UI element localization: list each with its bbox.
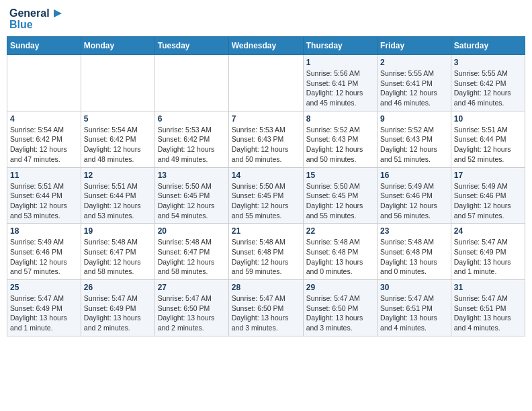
calendar-cell bbox=[81, 55, 154, 111]
calendar-table: SundayMondayTuesdayWednesdayThursdayFrid… bbox=[7, 36, 525, 336]
calendar-header: SundayMondayTuesdayWednesdayThursdayFrid… bbox=[7, 37, 525, 55]
week-row-1: 1Sunrise: 5:56 AM Sunset: 6:41 PM Daylig… bbox=[7, 55, 525, 111]
week-row-2: 4Sunrise: 5:54 AM Sunset: 6:42 PM Daylig… bbox=[7, 111, 525, 167]
day-number: 6 bbox=[158, 114, 226, 124]
calendar-cell: 23Sunrise: 5:48 AM Sunset: 6:48 PM Dayli… bbox=[378, 224, 451, 280]
day-number: 31 bbox=[454, 283, 522, 292]
day-number: 21 bbox=[232, 226, 300, 236]
calendar-cell: 14Sunrise: 5:50 AM Sunset: 6:45 PM Dayli… bbox=[228, 167, 303, 224]
calendar-cell: 7Sunrise: 5:53 AM Sunset: 6:43 PM Daylig… bbox=[228, 111, 303, 167]
day-number: 27 bbox=[158, 283, 226, 292]
calendar-cell: 8Sunrise: 5:52 AM Sunset: 6:43 PM Daylig… bbox=[303, 111, 377, 167]
day-info: Sunrise: 5:48 AM Sunset: 6:47 PM Dayligh… bbox=[158, 237, 226, 277]
day-number: 28 bbox=[232, 283, 300, 292]
calendar-cell bbox=[7, 55, 81, 111]
page-header: General Blue bbox=[7, 7, 525, 31]
calendar-cell bbox=[154, 55, 228, 111]
header-friday: Friday bbox=[378, 37, 451, 55]
day-info: Sunrise: 5:49 AM Sunset: 6:46 PM Dayligh… bbox=[454, 181, 522, 221]
calendar-cell: 3Sunrise: 5:55 AM Sunset: 6:42 PM Daylig… bbox=[451, 55, 525, 111]
header-monday: Monday bbox=[81, 37, 154, 55]
week-row-4: 18Sunrise: 5:49 AM Sunset: 6:46 PM Dayli… bbox=[7, 224, 525, 280]
calendar-cell: 30Sunrise: 5:47 AM Sunset: 6:51 PM Dayli… bbox=[378, 280, 451, 336]
calendar-cell: 29Sunrise: 5:47 AM Sunset: 6:50 PM Dayli… bbox=[303, 280, 377, 336]
calendar-cell: 15Sunrise: 5:50 AM Sunset: 6:45 PM Dayli… bbox=[303, 167, 377, 224]
calendar-cell: 16Sunrise: 5:49 AM Sunset: 6:46 PM Dayli… bbox=[378, 167, 451, 224]
day-info: Sunrise: 5:50 AM Sunset: 6:45 PM Dayligh… bbox=[232, 181, 300, 221]
day-number: 1 bbox=[306, 58, 374, 67]
calendar-cell: 13Sunrise: 5:50 AM Sunset: 6:45 PM Dayli… bbox=[154, 167, 228, 224]
day-number: 3 bbox=[454, 58, 522, 67]
day-info: Sunrise: 5:47 AM Sunset: 6:49 PM Dayligh… bbox=[10, 293, 78, 333]
day-number: 7 bbox=[232, 114, 300, 124]
calendar-cell bbox=[228, 55, 303, 111]
day-info: Sunrise: 5:48 AM Sunset: 6:48 PM Dayligh… bbox=[232, 237, 300, 277]
day-number: 25 bbox=[10, 283, 78, 292]
calendar-cell: 22Sunrise: 5:48 AM Sunset: 6:48 PM Dayli… bbox=[303, 224, 377, 280]
day-info: Sunrise: 5:50 AM Sunset: 6:45 PM Dayligh… bbox=[158, 181, 226, 221]
day-info: Sunrise: 5:47 AM Sunset: 6:50 PM Dayligh… bbox=[306, 293, 374, 333]
day-number: 4 bbox=[10, 114, 78, 124]
day-number: 18 bbox=[10, 226, 78, 236]
day-number: 14 bbox=[232, 171, 300, 180]
week-row-5: 25Sunrise: 5:47 AM Sunset: 6:49 PM Dayli… bbox=[7, 280, 525, 336]
calendar-cell: 5Sunrise: 5:54 AM Sunset: 6:42 PM Daylig… bbox=[81, 111, 154, 167]
calendar-cell: 28Sunrise: 5:47 AM Sunset: 6:50 PM Dayli… bbox=[228, 280, 303, 336]
day-number: 20 bbox=[158, 226, 226, 236]
day-info: Sunrise: 5:56 AM Sunset: 6:41 PM Dayligh… bbox=[306, 68, 374, 108]
day-info: Sunrise: 5:47 AM Sunset: 6:51 PM Dayligh… bbox=[380, 293, 448, 333]
logo: General Blue bbox=[9, 7, 64, 31]
day-info: Sunrise: 5:55 AM Sunset: 6:42 PM Dayligh… bbox=[454, 68, 522, 108]
day-info: Sunrise: 5:53 AM Sunset: 6:42 PM Dayligh… bbox=[158, 125, 226, 165]
day-number: 2 bbox=[380, 58, 448, 67]
calendar-cell: 11Sunrise: 5:51 AM Sunset: 6:44 PM Dayli… bbox=[7, 167, 81, 224]
day-number: 29 bbox=[306, 283, 374, 292]
day-info: Sunrise: 5:49 AM Sunset: 6:46 PM Dayligh… bbox=[10, 237, 78, 277]
calendar-cell: 9Sunrise: 5:52 AM Sunset: 6:43 PM Daylig… bbox=[378, 111, 451, 167]
calendar-cell: 21Sunrise: 5:48 AM Sunset: 6:48 PM Dayli… bbox=[228, 224, 303, 280]
calendar-cell: 18Sunrise: 5:49 AM Sunset: 6:46 PM Dayli… bbox=[7, 224, 81, 280]
day-number: 22 bbox=[306, 226, 374, 236]
day-number: 24 bbox=[454, 226, 522, 236]
calendar-cell: 25Sunrise: 5:47 AM Sunset: 6:49 PM Dayli… bbox=[7, 280, 81, 336]
header-tuesday: Tuesday bbox=[154, 37, 228, 55]
week-row-3: 11Sunrise: 5:51 AM Sunset: 6:44 PM Dayli… bbox=[7, 167, 525, 224]
day-info: Sunrise: 5:47 AM Sunset: 6:49 PM Dayligh… bbox=[454, 237, 522, 277]
svg-marker-0 bbox=[54, 9, 62, 17]
logo-blue: Blue bbox=[9, 19, 33, 31]
day-number: 13 bbox=[158, 171, 226, 180]
calendar-cell: 20Sunrise: 5:48 AM Sunset: 6:47 PM Dayli… bbox=[154, 224, 228, 280]
calendar-cell: 31Sunrise: 5:47 AM Sunset: 6:51 PM Dayli… bbox=[451, 280, 525, 336]
day-info: Sunrise: 5:52 AM Sunset: 6:43 PM Dayligh… bbox=[380, 125, 448, 165]
calendar-cell: 17Sunrise: 5:49 AM Sunset: 6:46 PM Dayli… bbox=[451, 167, 525, 224]
day-info: Sunrise: 5:47 AM Sunset: 6:50 PM Dayligh… bbox=[158, 293, 226, 333]
day-info: Sunrise: 5:48 AM Sunset: 6:48 PM Dayligh… bbox=[380, 237, 448, 277]
calendar-cell: 6Sunrise: 5:53 AM Sunset: 6:42 PM Daylig… bbox=[154, 111, 228, 167]
calendar-cell: 26Sunrise: 5:47 AM Sunset: 6:49 PM Dayli… bbox=[81, 280, 154, 336]
day-info: Sunrise: 5:47 AM Sunset: 6:49 PM Dayligh… bbox=[84, 293, 152, 333]
header-row: SundayMondayTuesdayWednesdayThursdayFrid… bbox=[7, 37, 525, 55]
day-info: Sunrise: 5:49 AM Sunset: 6:46 PM Dayligh… bbox=[380, 181, 448, 221]
calendar-cell: 27Sunrise: 5:47 AM Sunset: 6:50 PM Dayli… bbox=[154, 280, 228, 336]
day-info: Sunrise: 5:55 AM Sunset: 6:41 PM Dayligh… bbox=[380, 68, 448, 108]
day-number: 9 bbox=[380, 114, 448, 124]
day-number: 8 bbox=[306, 114, 374, 124]
day-info: Sunrise: 5:52 AM Sunset: 6:43 PM Dayligh… bbox=[306, 125, 374, 165]
day-info: Sunrise: 5:48 AM Sunset: 6:47 PM Dayligh… bbox=[84, 237, 152, 277]
day-number: 11 bbox=[10, 171, 78, 180]
day-number: 17 bbox=[454, 171, 522, 180]
day-info: Sunrise: 5:51 AM Sunset: 6:44 PM Dayligh… bbox=[84, 181, 152, 221]
day-number: 26 bbox=[84, 283, 152, 292]
day-number: 15 bbox=[306, 171, 374, 180]
calendar-cell: 24Sunrise: 5:47 AM Sunset: 6:49 PM Dayli… bbox=[451, 224, 525, 280]
logo-general: General bbox=[9, 7, 50, 19]
calendar-cell: 10Sunrise: 5:51 AM Sunset: 6:44 PM Dayli… bbox=[451, 111, 525, 167]
day-info: Sunrise: 5:47 AM Sunset: 6:50 PM Dayligh… bbox=[232, 293, 300, 333]
day-info: Sunrise: 5:54 AM Sunset: 6:42 PM Dayligh… bbox=[84, 125, 152, 165]
header-saturday: Saturday bbox=[451, 37, 525, 55]
day-number: 16 bbox=[380, 171, 448, 180]
header-sunday: Sunday bbox=[7, 37, 81, 55]
day-info: Sunrise: 5:47 AM Sunset: 6:51 PM Dayligh… bbox=[454, 293, 522, 333]
calendar-cell: 2Sunrise: 5:55 AM Sunset: 6:41 PM Daylig… bbox=[378, 55, 451, 111]
day-number: 19 bbox=[84, 226, 152, 236]
